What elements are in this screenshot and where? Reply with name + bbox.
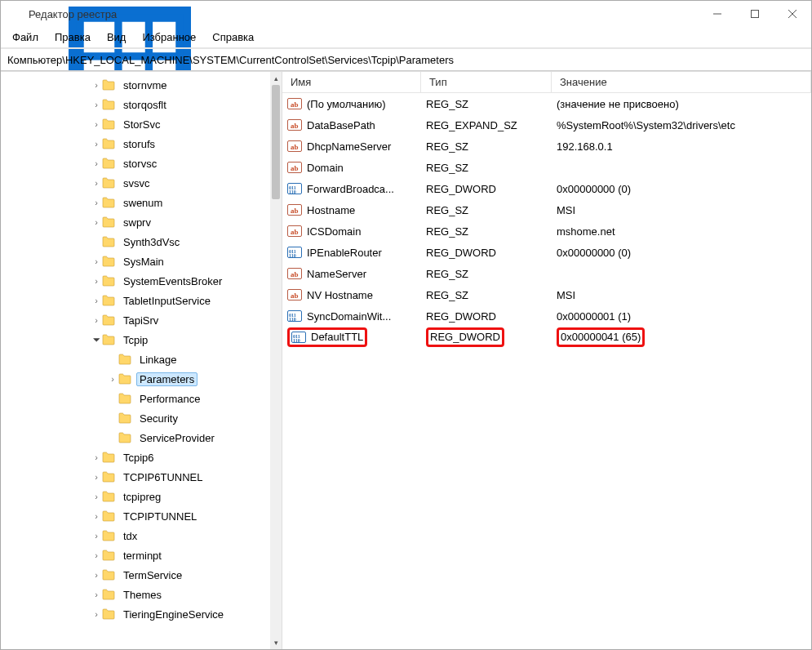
value-name: ForwardBroadca... bbox=[307, 183, 394, 195]
value-name: DhcpNameServer bbox=[307, 140, 391, 153]
value-row[interactable]: IPEnableRouterREG_DWORD0x00000000 (0) bbox=[282, 242, 811, 263]
tree-item[interactable]: ›Synth3dVsc bbox=[1, 232, 270, 252]
folder-icon bbox=[102, 197, 115, 208]
tree-item[interactable]: ›svsvc bbox=[1, 173, 270, 193]
chevron-right-icon[interactable]: › bbox=[91, 570, 102, 580]
chevron-down-icon[interactable]: ⏷ bbox=[91, 335, 102, 345]
menu-file[interactable]: Файл bbox=[4, 29, 47, 45]
chevron-right-icon[interactable]: › bbox=[91, 139, 102, 149]
tree-item[interactable]: ›TieringEngineService bbox=[1, 604, 270, 624]
scroll-down-icon[interactable]: ▾ bbox=[270, 636, 282, 649]
folder-icon bbox=[102, 158, 115, 169]
tree-item[interactable]: ⏷Tcpip bbox=[1, 330, 270, 349]
menu-help[interactable]: Справка bbox=[204, 29, 262, 45]
chevron-right-icon[interactable]: › bbox=[91, 472, 102, 482]
chevron-right-icon[interactable]: › bbox=[91, 100, 102, 109]
chevron-right-icon[interactable]: › bbox=[91, 315, 102, 325]
chevron-right-icon[interactable]: › bbox=[91, 452, 102, 462]
folder-icon bbox=[102, 256, 115, 267]
tree-item[interactable]: ›swenum bbox=[1, 193, 270, 212]
chevron-right-icon[interactable]: › bbox=[107, 374, 118, 384]
tree-item[interactable]: ›TCPIPTUNNEL bbox=[1, 506, 270, 526]
chevron-right-icon[interactable]: › bbox=[91, 492, 102, 501]
tree-item[interactable]: ›ServiceProvider bbox=[1, 428, 270, 447]
chevron-right-icon[interactable]: › bbox=[91, 198, 102, 207]
tree-item[interactable]: ›TermService bbox=[1, 565, 270, 585]
tree-item[interactable]: ›tdx bbox=[1, 526, 270, 545]
tree-item[interactable]: ›Tcpip6 bbox=[1, 447, 270, 467]
value-row[interactable]: (По умолчанию)REG_SZ(значение не присвое… bbox=[282, 93, 811, 114]
address-bar[interactable]: Компьютер\HKEY_LOCAL_MACHINE\SYSTEM\Curr… bbox=[1, 48, 811, 71]
reg-binary-icon bbox=[291, 330, 306, 345]
tree-item[interactable]: ›Linkage bbox=[1, 349, 270, 369]
chevron-right-icon[interactable]: › bbox=[91, 296, 102, 305]
chevron-right-icon[interactable]: › bbox=[91, 276, 102, 286]
tree-item[interactable]: ›Themes bbox=[1, 585, 270, 604]
tree-item[interactable]: ›Security bbox=[1, 408, 270, 428]
tree-item[interactable]: ›TapiSrv bbox=[1, 310, 270, 330]
chevron-right-icon[interactable]: › bbox=[91, 256, 102, 266]
tree-item[interactable]: ›swprv bbox=[1, 212, 270, 232]
value-row[interactable]: HostnameREG_SZMSI bbox=[282, 199, 811, 220]
chevron-right-icon[interactable]: › bbox=[91, 511, 102, 521]
value-name: Domain bbox=[307, 162, 344, 174]
col-value-header[interactable]: Значение bbox=[552, 72, 811, 92]
chevron-right-icon[interactable]: › bbox=[91, 590, 102, 599]
value-row[interactable]: DataBasePathREG_EXPAND_SZ%SystemRoot%\Sy… bbox=[282, 114, 811, 136]
scroll-thumb[interactable] bbox=[272, 85, 280, 199]
col-type-header[interactable]: Тип bbox=[421, 72, 552, 92]
tree-item[interactable]: ›SystemEventsBroker bbox=[1, 271, 270, 291]
maximize-button[interactable] bbox=[736, 1, 774, 27]
value-name: ICSDomain bbox=[307, 225, 361, 238]
tree-item-label: swprv bbox=[120, 216, 154, 229]
folder-icon bbox=[102, 491, 115, 502]
tree-item[interactable]: ›storufs bbox=[1, 134, 270, 154]
scroll-up-icon[interactable]: ▴ bbox=[270, 72, 282, 85]
chevron-right-icon: › bbox=[107, 394, 118, 403]
menu-edit[interactable]: Правка bbox=[47, 29, 99, 45]
value-row[interactable]: ForwardBroadca...REG_DWORD0x00000000 (0) bbox=[282, 178, 811, 199]
value-type: REG_EXPAND_SZ bbox=[426, 119, 517, 131]
menu-view[interactable]: Вид bbox=[99, 29, 135, 45]
chevron-right-icon[interactable]: › bbox=[91, 217, 102, 227]
tree-item-label: TCPIP6TUNNEL bbox=[120, 470, 206, 484]
tree-item[interactable]: ›SysMain bbox=[1, 252, 270, 271]
chevron-right-icon[interactable]: › bbox=[91, 80, 102, 90]
chevron-right-icon[interactable]: › bbox=[91, 531, 102, 541]
app-window: Редактор реестра Файл Правка Вид Избранн… bbox=[0, 0, 812, 650]
scroll-track[interactable] bbox=[270, 85, 282, 636]
tree-item[interactable]: ›Performance bbox=[1, 389, 270, 408]
value-row[interactable]: SyncDomainWit...REG_DWORD0x00000001 (1) bbox=[282, 305, 811, 327]
tree-item[interactable]: ›Parameters bbox=[1, 369, 270, 389]
tree-item[interactable]: ›storqosflt bbox=[1, 95, 270, 114]
col-name-header[interactable]: Имя bbox=[282, 72, 421, 92]
value-type: REG_SZ bbox=[426, 204, 468, 216]
tree-item[interactable]: ›TCPIP6TUNNEL bbox=[1, 467, 270, 487]
tree-item[interactable]: ›TabletInputService bbox=[1, 291, 270, 310]
close-button[interactable] bbox=[774, 1, 811, 27]
menu-favorites[interactable]: Избранное bbox=[134, 29, 204, 45]
tree-item[interactable]: ›StorSvc bbox=[1, 114, 270, 134]
value-row[interactable]: ICSDomainREG_SZmshome.net bbox=[282, 220, 811, 242]
tree-scrollbar[interactable]: ▴ ▾ bbox=[270, 72, 282, 649]
tree-item[interactable]: ›stornvme bbox=[1, 75, 270, 95]
svg-rect-16 bbox=[752, 11, 759, 18]
value-row[interactable]: NV HostnameREG_SZMSI bbox=[282, 284, 811, 305]
folder-icon bbox=[102, 275, 115, 287]
chevron-right-icon[interactable]: › bbox=[91, 178, 102, 188]
value-name: DefaultTTL bbox=[311, 330, 363, 345]
tree-item[interactable]: ›terminpt bbox=[1, 545, 270, 565]
value-row[interactable]: DefaultTTLREG_DWORD0x00000041 (65) bbox=[282, 327, 811, 348]
content-area: ›stornvme›storqosflt›StorSvc›storufs›sto… bbox=[1, 71, 811, 649]
value-data: 0x00000001 (1) bbox=[557, 310, 631, 323]
tree-item[interactable]: ›tcpipreg bbox=[1, 487, 270, 506]
value-row[interactable]: DomainREG_SZ bbox=[282, 157, 811, 178]
chevron-right-icon[interactable]: › bbox=[91, 609, 102, 619]
chevron-right-icon[interactable]: › bbox=[91, 158, 102, 168]
value-row[interactable]: NameServerREG_SZ bbox=[282, 263, 811, 284]
minimize-button[interactable] bbox=[699, 1, 736, 27]
value-row[interactable]: DhcpNameServerREG_SZ192.168.0.1 bbox=[282, 136, 811, 157]
chevron-right-icon[interactable]: › bbox=[91, 119, 102, 129]
tree-item[interactable]: ›storvsc bbox=[1, 154, 270, 173]
chevron-right-icon[interactable]: › bbox=[91, 550, 102, 560]
